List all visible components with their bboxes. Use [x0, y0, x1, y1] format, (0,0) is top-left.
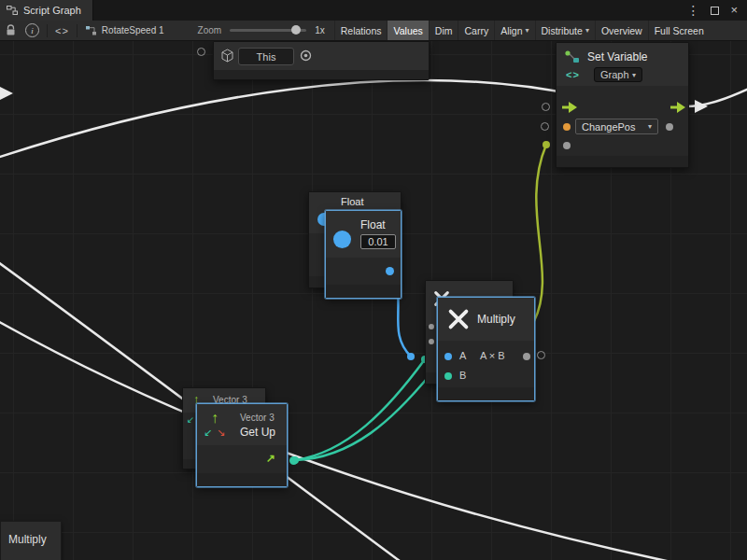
set-variable-title: Set Variable	[587, 50, 647, 63]
graph-name: RotateSpeed 1	[102, 25, 164, 35]
tab-title: Script Graph	[23, 5, 81, 16]
multiply-result-port-ring[interactable]	[537, 351, 545, 359]
flow-arrowhead-icon	[695, 100, 708, 113]
down-left-arrow-icon: ↙	[204, 427, 212, 438]
menu-icon[interactable]: ⋮	[686, 0, 699, 21]
wire-white-top[interactable]	[0, 80, 577, 159]
toolbar-separator	[77, 24, 78, 37]
fullscreen-button[interactable]: Full Screen	[648, 21, 710, 41]
script-graph-icon	[7, 5, 18, 16]
this-node-port-ring[interactable]	[197, 48, 205, 56]
tab-bar: Script Graph ⋮ ×	[0, 0, 747, 21]
multiply-port-b[interactable]	[444, 372, 452, 380]
distribute-dropdown-button[interactable]: Distribute▾	[535, 21, 595, 41]
corner-node-multiply[interactable]: Multiply	[0, 521, 62, 560]
set-variable-footer	[557, 156, 688, 167]
multiply-node[interactable]: Multiply A A × B B	[437, 297, 535, 401]
toolbar-separator	[47, 24, 48, 37]
variable-port-ring[interactable]	[541, 122, 549, 131]
align-dropdown-button[interactable]: Align▾	[494, 21, 534, 41]
flow-in-arrow-icon[interactable]	[562, 102, 578, 113]
chevron-down-icon: ▾	[526, 26, 529, 35]
lock-icon[interactable]	[6, 24, 16, 36]
float-value-input[interactable]	[360, 234, 396, 249]
float-output-port[interactable]	[386, 267, 394, 275]
this-node[interactable]: This	[213, 41, 430, 80]
relations-button[interactable]: Relations	[334, 21, 388, 41]
this-node-footer	[214, 70, 429, 79]
wire-teal-getup-to-multiply-2[interactable]	[295, 374, 430, 460]
chevron-down-icon: ▾	[632, 71, 636, 79]
code-icon: <>	[566, 69, 580, 80]
zoom-label: Zoom	[198, 25, 222, 35]
multiply-icon	[447, 308, 470, 330]
chevron-down-icon: ▾	[585, 26, 589, 35]
code-view-icon[interactable]: <>	[55, 25, 69, 36]
wire-white-lower-2[interactable]	[0, 319, 680, 560]
graph-canvas[interactable]: This Set Variable <> Graph ▾	[0, 41, 747, 560]
wire-end-dot	[543, 141, 550, 148]
zoom-slider-handle[interactable]	[291, 25, 301, 35]
close-icon[interactable]: ×	[730, 0, 738, 21]
cube-icon	[220, 49, 234, 63]
values-button[interactable]: Values	[387, 21, 428, 41]
get-up-type-label: Vector 3	[240, 413, 275, 423]
maximize-icon[interactable]	[711, 7, 719, 15]
get-up-output-port[interactable]	[289, 456, 298, 465]
overview-button[interactable]: Overview	[595, 21, 648, 41]
toolbar-buttons: Relations Values Dim Carry Align▾ Distri…	[334, 21, 710, 41]
window-controls: ⋮ ×	[686, 0, 747, 21]
port-dot[interactable]	[429, 339, 434, 344]
zoom-slider[interactable]	[230, 29, 306, 32]
get-up-footer	[197, 473, 287, 486]
this-label: This	[257, 51, 276, 63]
corner-node-title: Multiply	[8, 533, 47, 546]
get-up-title: Get Up	[240, 426, 275, 439]
float-footer	[326, 285, 401, 298]
down-right-arrow-icon: ↘	[217, 427, 225, 438]
float-type-icon	[333, 231, 351, 248]
multiply-footer	[438, 387, 534, 400]
carry-button[interactable]: Carry	[458, 21, 494, 41]
flow-in-port-ring[interactable]	[542, 103, 550, 111]
variable-scope-dropdown[interactable]: Graph ▾	[594, 67, 642, 82]
graph-asset-icon	[85, 25, 97, 36]
variable-name-port[interactable]	[563, 123, 571, 131]
float-back-title: Float	[341, 196, 363, 207]
float-title: Float	[360, 218, 386, 231]
flow-arrowhead-icon	[0, 87, 13, 100]
target-icon[interactable]	[300, 49, 312, 62]
flow-out-arrow-icon[interactable]	[670, 102, 686, 113]
multiply-port-a-label: A	[459, 350, 466, 361]
this-target-field[interactable]: This	[238, 48, 294, 65]
unity-script-graph-window: Script Graph ⋮ × i <> RotateSpeed 1 Zoom…	[0, 0, 747, 560]
multiply-result-label: A × B	[480, 350, 505, 361]
info-icon[interactable]: i	[25, 23, 39, 37]
variable-name-value: ChangePos	[582, 121, 636, 133]
down-left-arrow-icon: ↙	[187, 415, 194, 425]
value-in-port[interactable]	[563, 142, 571, 149]
multiply-result-port[interactable]	[523, 353, 530, 360]
zoom-value: 1x	[315, 25, 325, 35]
up-right-arrow-icon: ↗	[266, 453, 275, 464]
up-arrow-icon: ↑	[211, 411, 218, 426]
variable-out-port[interactable]	[666, 123, 673, 131]
variable-name-dropdown[interactable]: ChangePos ▾	[575, 119, 658, 134]
set-variable-node[interactable]: Set Variable <> Graph ▾ ChangePos ▾	[556, 42, 689, 168]
get-up-node[interactable]: ↑ ↙ ↘ Vector 3 Get Up ↗	[196, 403, 288, 487]
chevron-down-icon: ▾	[648, 122, 652, 131]
wire-teal-getup-to-multiply-1[interactable]	[295, 359, 425, 460]
multiply-title: Multiply	[477, 313, 515, 326]
graph-toolbar: i <> RotateSpeed 1 Zoom 1x Relations Val…	[0, 21, 747, 41]
multiply-port-a[interactable]	[444, 353, 452, 360]
wire-green-multiply-to-setvariable[interactable]	[534, 145, 546, 321]
multiply-port-b-label: B	[459, 370, 466, 381]
wire-end-dot	[407, 353, 415, 360]
port-dot[interactable]	[429, 324, 434, 329]
tab-script-graph[interactable]: Script Graph	[0, 0, 93, 21]
scope-value: Graph	[600, 69, 629, 80]
float-node[interactable]: Float	[325, 210, 402, 299]
dim-button[interactable]: Dim	[429, 21, 458, 41]
variable-icon	[564, 49, 581, 64]
